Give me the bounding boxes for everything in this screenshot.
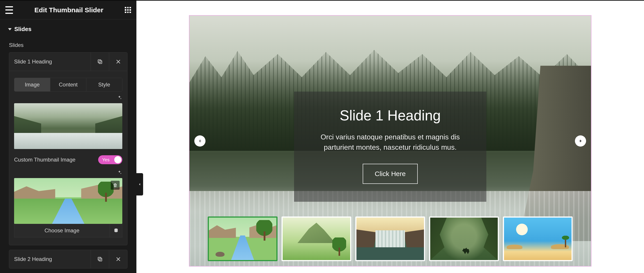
tab-image[interactable]: Image bbox=[14, 78, 50, 91]
thumbnail-slider-widget[interactable]: Slide 1 Heading Orci varius natoque pena… bbox=[189, 15, 592, 267]
dynamic-tags-row bbox=[14, 92, 122, 103]
dynamic-tags-row-2 bbox=[14, 166, 122, 178]
svg-rect-4 bbox=[98, 257, 101, 260]
slide-content-panel: Slide 1 Heading Orci varius natoque pena… bbox=[294, 92, 486, 202]
tab-content[interactable]: Content bbox=[50, 78, 86, 91]
panel-title: Edit Thumbnail Slider bbox=[13, 6, 125, 14]
editor-canvas: Slide 1 Heading Orci varius natoque pena… bbox=[136, 0, 644, 273]
sidebar-body: Slides Slides Slide 1 Heading Im bbox=[0, 19, 136, 273]
chevron-left-icon bbox=[138, 182, 141, 187]
slide-description: Orci varius natoque penatibus et magnis … bbox=[308, 132, 473, 153]
close-icon bbox=[116, 256, 121, 262]
thumbnail-5[interactable] bbox=[503, 217, 573, 261]
apps-grid-icon[interactable] bbox=[125, 7, 131, 13]
sparkle-icon bbox=[117, 170, 122, 175]
slide-item-header[interactable]: Slide 2 Heading bbox=[9, 250, 127, 268]
slide-item-1: Slide 1 Heading Image Content Style bbox=[9, 52, 128, 245]
duplicate-slide-button[interactable] bbox=[90, 52, 109, 71]
svg-rect-0 bbox=[99, 61, 102, 64]
slide-tabs: Image Content Style bbox=[14, 78, 122, 92]
slide-cta-button[interactable]: Click Here bbox=[363, 164, 418, 184]
database-icon bbox=[114, 228, 118, 233]
dynamic-tags-button[interactable] bbox=[117, 170, 122, 176]
custom-thumbnail-toggle[interactable]: Yes bbox=[98, 155, 122, 164]
slide-item-body: Image Content Style Cu bbox=[9, 71, 127, 245]
delete-thumbnail-button[interactable] bbox=[111, 181, 120, 190]
trash-icon bbox=[113, 183, 118, 188]
copy-icon bbox=[97, 59, 103, 64]
svg-rect-3 bbox=[99, 258, 102, 261]
slides-list-label: Slides bbox=[0, 37, 136, 52]
thumbnail-3[interactable] bbox=[355, 217, 425, 261]
arrow-left-icon bbox=[198, 139, 202, 143]
prev-slide-button[interactable] bbox=[194, 135, 206, 147]
slide-item-2: Slide 2 Heading bbox=[9, 250, 128, 269]
next-slide-button[interactable] bbox=[575, 135, 586, 147]
slide-item-title: Slide 1 Heading bbox=[9, 58, 90, 65]
duplicate-slide-button[interactable] bbox=[90, 250, 109, 268]
thumbnail-4[interactable] bbox=[429, 217, 499, 261]
hamburger-menu-icon[interactable] bbox=[5, 6, 13, 14]
dynamic-tags-button[interactable] bbox=[117, 95, 122, 101]
svg-rect-1 bbox=[98, 60, 101, 62]
copy-icon bbox=[97, 256, 103, 262]
remove-slide-button[interactable] bbox=[109, 250, 127, 268]
media-library-button[interactable] bbox=[110, 224, 122, 238]
slide-item-header[interactable]: Slide 1 Heading bbox=[9, 52, 127, 71]
custom-thumbnail-label: Custom Thumbnail Image bbox=[14, 157, 75, 163]
custom-thumbnail-row: Custom Thumbnail Image Yes bbox=[14, 149, 122, 166]
slide-item-title: Slide 2 Heading bbox=[9, 256, 90, 262]
sparkle-icon bbox=[117, 95, 122, 100]
editor-sidebar: Edit Thumbnail Slider Slides Slides Slid… bbox=[0, 0, 136, 273]
tab-style[interactable]: Style bbox=[86, 78, 122, 91]
sidebar-header: Edit Thumbnail Slider bbox=[0, 1, 136, 19]
choose-image-button[interactable]: Choose Image bbox=[14, 224, 110, 238]
toggle-knob bbox=[114, 156, 122, 163]
thumbnail-2[interactable] bbox=[282, 217, 351, 261]
main-image-preview[interactable] bbox=[14, 103, 122, 149]
collapse-sidebar-button[interactable] bbox=[136, 173, 143, 196]
thumbnail-image-preview[interactable] bbox=[14, 178, 122, 224]
section-label: Slides bbox=[14, 26, 32, 33]
section-toggle-slides[interactable]: Slides bbox=[0, 19, 136, 37]
thumbnail-1[interactable] bbox=[208, 217, 278, 261]
slides-list: Slide 1 Heading Image Content Style bbox=[0, 52, 136, 273]
slide-heading: Slide 1 Heading bbox=[308, 107, 473, 124]
thumbnail-strip bbox=[208, 217, 573, 261]
remove-slide-button[interactable] bbox=[109, 52, 127, 71]
arrow-right-icon bbox=[578, 139, 583, 143]
choose-image-row: Choose Image bbox=[14, 224, 122, 238]
caret-down-icon bbox=[8, 28, 12, 30]
toggle-yes-label: Yes bbox=[102, 157, 110, 162]
close-icon bbox=[116, 59, 121, 64]
